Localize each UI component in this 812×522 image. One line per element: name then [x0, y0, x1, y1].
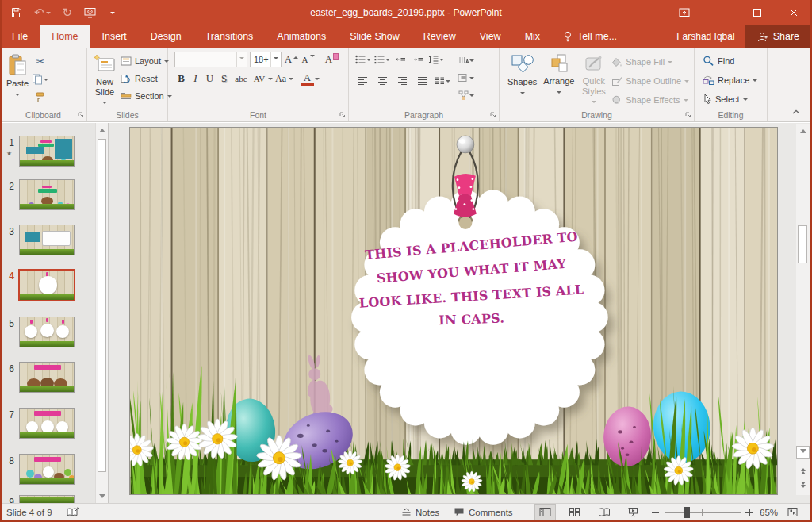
quick-styles-button[interactable]: Quick Styles	[577, 52, 610, 109]
tell-me-box[interactable]: Tell me...	[552, 25, 628, 48]
line-spacing-icon[interactable]	[428, 52, 444, 67]
paragraph-dialog-launcher-icon[interactable]	[489, 111, 497, 119]
italic-button[interactable]: I	[189, 71, 202, 86]
thumb-scroll-down-icon[interactable]	[96, 489, 109, 503]
fit-to-window-icon[interactable]	[787, 504, 799, 520]
replace-button[interactable]: Replace	[701, 71, 764, 89]
user-account[interactable]: Farshad Iqbal	[667, 25, 744, 48]
shapes-button[interactable]: Shapes	[504, 52, 540, 109]
font-color-button[interactable]: A	[301, 71, 320, 86]
shape-effects-button[interactable]: Shape Effects	[610, 91, 691, 109]
reset-button[interactable]: Reset	[119, 70, 174, 87]
paste-button[interactable]: Paste	[3, 52, 32, 109]
notes-button[interactable]: Notes	[401, 504, 439, 520]
layout-button[interactable]: Layout	[119, 52, 174, 70]
new-slide-button[interactable]: New Slide	[90, 52, 119, 109]
text-shadow-button[interactable]: S	[217, 71, 231, 86]
save-icon[interactable]	[11, 7, 22, 18]
zoom-slider[interactable]	[665, 504, 741, 520]
section-button[interactable]: Section	[119, 87, 174, 105]
maximize-button[interactable]	[739, 0, 776, 25]
increase-indent-icon[interactable]	[411, 52, 425, 67]
normal-view-icon[interactable]	[534, 504, 556, 520]
tab-view[interactable]: View	[468, 25, 513, 48]
grow-font-icon[interactable]: A	[284, 52, 298, 67]
slide-thumbnail-1[interactable]	[19, 136, 75, 167]
clipboard-dialog-launcher-icon[interactable]	[77, 111, 85, 119]
slide-thumbnail-7[interactable]	[19, 408, 75, 439]
slide-scrollbar-thumb[interactable]	[798, 225, 807, 263]
cut-icon[interactable]: ✂	[32, 53, 48, 69]
columns-icon[interactable]	[435, 73, 450, 89]
shape-fill-button[interactable]: Shape Fill	[610, 53, 691, 71]
thumbnail-scrollbar[interactable]	[95, 123, 108, 503]
previous-slide-icon[interactable]	[796, 463, 810, 476]
undo-icon[interactable]: ↶	[34, 6, 51, 20]
tab-design[interactable]: Design	[139, 25, 193, 48]
slide-thumbnail-9[interactable]	[19, 495, 75, 503]
numbering-icon[interactable]	[374, 52, 390, 67]
find-button[interactable]: Find	[701, 52, 764, 70]
slide-thumbnail-8[interactable]	[19, 454, 75, 485]
change-case-button[interactable]: Aa	[274, 71, 293, 86]
zoom-in-icon[interactable]	[745, 504, 753, 520]
shrink-font-icon[interactable]: A	[301, 52, 315, 67]
redo-icon[interactable]: ↻	[63, 6, 73, 20]
drawing-dialog-launcher-icon[interactable]	[684, 111, 692, 119]
copy-icon[interactable]	[32, 71, 48, 87]
font-dialog-launcher-icon[interactable]	[339, 111, 347, 119]
tab-file[interactable]: File	[0, 25, 40, 48]
reading-view-icon[interactable]	[593, 504, 615, 520]
zoom-level[interactable]: 65%	[760, 504, 778, 520]
shape-outline-button[interactable]: Shape Outline	[610, 72, 691, 90]
slide-thumbnail-3[interactable]	[19, 225, 75, 255]
bold-button[interactable]: B	[174, 71, 188, 86]
underline-button[interactable]: U	[203, 71, 216, 86]
text-direction-icon[interactable]	[458, 52, 474, 68]
slide-counter[interactable]: Slide 4 of 9	[6, 504, 52, 520]
collapse-ribbon-icon[interactable]	[791, 109, 801, 115]
slide-scroll-down-icon[interactable]	[796, 446, 810, 459]
justify-icon[interactable]	[415, 73, 429, 89]
next-slide-icon[interactable]	[796, 479, 810, 492]
tab-animations[interactable]: Animations	[265, 25, 338, 48]
bullets-icon[interactable]	[355, 52, 371, 67]
slide-editor[interactable]: THIS IS A PLACEHOLDER TOSHOW YOU WHAT IT…	[129, 127, 778, 495]
tab-transitions[interactable]: Transitions	[193, 25, 266, 48]
align-right-icon[interactable]	[395, 73, 409, 89]
comments-button[interactable]: Comments	[454, 504, 513, 520]
ribbon-display-options-button[interactable]	[666, 0, 703, 25]
strikethrough-button[interactable]: abc	[232, 71, 251, 86]
font-size-combo[interactable]: 18+	[250, 52, 282, 67]
format-painter-icon[interactable]	[32, 90, 48, 106]
tab-slide-show[interactable]: Slide Show	[338, 25, 412, 48]
start-from-beginning-icon[interactable]	[84, 7, 97, 18]
customize-qat-icon[interactable]	[109, 6, 115, 20]
slide-thumbnail-5[interactable]	[19, 317, 75, 347]
convert-smartart-icon[interactable]	[458, 87, 474, 103]
zoom-out-icon[interactable]	[652, 504, 659, 520]
align-left-icon[interactable]	[355, 73, 370, 89]
character-spacing-button[interactable]: AV	[251, 71, 273, 86]
thumb-scroll-up-icon[interactable]	[96, 123, 109, 136]
zoom-slider-thumb[interactable]	[684, 507, 690, 518]
select-button[interactable]: Select	[701, 90, 764, 108]
thumbnail-scrollbar-thumb[interactable]	[98, 139, 106, 472]
slide-thumbnail-4[interactable]	[18, 269, 75, 301]
share-button[interactable]: Share	[745, 25, 812, 48]
tab-review[interactable]: Review	[412, 25, 468, 48]
slideshow-view-icon[interactable]	[622, 504, 644, 520]
close-button[interactable]	[776, 0, 812, 25]
slide-sorter-view-icon[interactable]	[564, 504, 585, 520]
tab-insert[interactable]: Insert	[90, 25, 139, 48]
align-text-icon[interactable]	[458, 70, 474, 86]
tab-home[interactable]: Home	[40, 25, 90, 48]
slide-scroll-up-icon[interactable]	[796, 124, 810, 137]
slide-vertical-scrollbar[interactable]	[796, 124, 810, 495]
slide-thumbnail-6[interactable]	[19, 362, 75, 393]
align-center-icon[interactable]	[375, 73, 389, 89]
font-name-combo[interactable]	[174, 52, 247, 67]
decrease-indent-icon[interactable]	[393, 52, 408, 67]
proofing-icon[interactable]	[67, 504, 79, 520]
placeholder-text-line[interactable]: IN CAPS.	[439, 310, 504, 328]
